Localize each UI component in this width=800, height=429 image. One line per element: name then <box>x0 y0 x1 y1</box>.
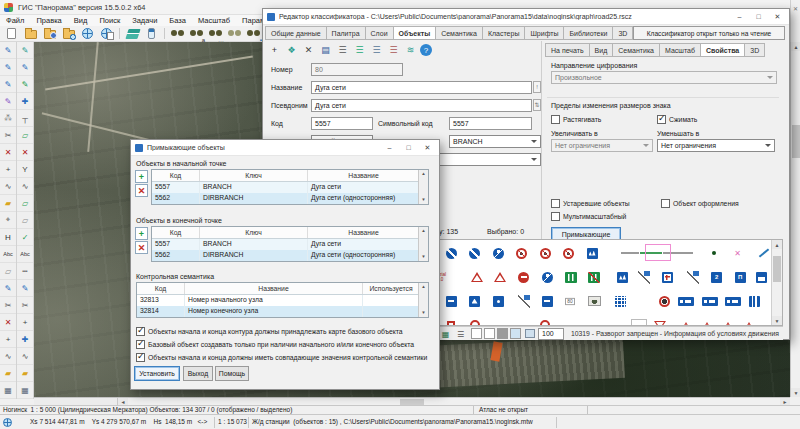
palette-item-red-square[interactable] <box>442 317 460 325</box>
compress-checkbox[interactable] <box>657 115 666 124</box>
color-swatch-3[interactable] <box>510 328 521 339</box>
list-view-icon[interactable]: ☰ <box>454 328 467 340</box>
list-remove-icon[interactable]: ☰ <box>386 43 401 57</box>
dialog-button-Установить[interactable]: Установить <box>134 366 180 381</box>
move-tool[interactable]: ✚ <box>17 331 33 348</box>
column-header-Ключ[interactable]: Ключ <box>200 227 308 238</box>
column-header-Код[interactable]: Код <box>152 227 200 238</box>
delete-icon[interactable]: ✕ <box>301 43 316 57</box>
obsolete-checkbox[interactable] <box>551 199 560 208</box>
palette-item-disc-slash[interactable] <box>442 245 460 261</box>
marker-tool[interactable]: ▰ <box>0 365 16 382</box>
fork-tool[interactable]: Y <box>17 161 33 178</box>
layers-icon[interactable] <box>124 27 141 41</box>
scroll-up-icon[interactable]: ▲ <box>772 240 782 249</box>
add-node-tool[interactable]: + <box>0 161 16 178</box>
rule-checkbox-2[interactable] <box>136 353 145 362</box>
palette-item-white-cell[interactable] <box>630 317 648 325</box>
palette-item-yield-triangle[interactable] <box>651 317 669 325</box>
text-h-tool[interactable]: H <box>0 229 16 246</box>
palette-item-rect-wide[interactable] <box>701 293 719 309</box>
pencil-tool[interactable]: ✎ <box>17 59 33 76</box>
prop-tab-Масштаб[interactable]: Масштаб <box>660 43 701 57</box>
minimize-icon[interactable]: – <box>380 141 399 154</box>
table-scrollbar[interactable]: ▲▼ <box>418 170 428 204</box>
grid-tool[interactable]: ▦ <box>0 382 16 399</box>
palette-item-rect-wide[interactable] <box>677 293 695 309</box>
scroll-down-icon[interactable]: ▼ <box>419 196 428 204</box>
open-db-icon[interactable] <box>41 27 58 41</box>
add-start-object-button[interactable]: + <box>135 170 148 183</box>
open-folder-globe-icon[interactable] <box>60 27 77 41</box>
direction-combo[interactable]: Произвольное <box>551 71 777 84</box>
delete-tool[interactable]: ✕ <box>17 144 33 161</box>
dialog-button-Помощь[interactable]: Помощь <box>215 366 249 381</box>
palette-item-sq-mountain[interactable] <box>614 269 632 285</box>
color-swatch-2[interactable] <box>497 328 508 339</box>
table-scrollbar[interactable]: ▲▼ <box>418 227 428 261</box>
table-view-icon[interactable]: ▦ <box>439 328 452 340</box>
add-node-tool[interactable]: + <box>17 314 33 331</box>
palette-item-disc-slash[interactable] <box>466 245 484 261</box>
table-row[interactable]: 5557BRANCHДуга сети <box>152 239 428 250</box>
scissors-tool[interactable]: ✂ <box>0 297 16 314</box>
pencil-tool[interactable]: ✎ <box>17 280 33 297</box>
maximize-icon[interactable]: □ <box>749 10 768 23</box>
palette-item-warn-triangle[interactable] <box>491 269 509 285</box>
scroll-up-icon[interactable]: ▲ <box>791 42 800 51</box>
scroll-down-icon[interactable]: ▼ <box>419 309 428 317</box>
list-add-icon[interactable]: ☰ <box>352 43 367 57</box>
editor-title-bar[interactable]: Редактор классификатора - C:\Users\Publi… <box>263 9 789 25</box>
num-field[interactable]: 80 <box>311 63 403 76</box>
name-options-button[interactable]: ! <box>533 81 541 93</box>
multiscale-checkbox[interactable] <box>551 212 560 221</box>
table-row[interactable]: 5557BRANCHДуга сети <box>152 182 428 193</box>
dialog-title-bar[interactable]: Примыкающие объекты –□✕ <box>131 140 439 156</box>
table-row[interactable]: 32813Номер начального узла <box>137 295 428 306</box>
palette-item-flag-sign[interactable] <box>635 269 653 285</box>
binoculars-dots-icon[interactable]: … <box>207 27 224 41</box>
print-icon[interactable] <box>525 329 535 338</box>
move-tool[interactable]: ✚ <box>17 93 33 110</box>
text-abc-tool[interactable]: Abc <box>0 246 16 263</box>
column-header-Используется[interactable]: Используется <box>363 283 420 294</box>
delete-tool[interactable]: ✕ <box>0 144 16 161</box>
map-horizontal-scrollbar[interactable]: ◄ ► <box>34 397 790 405</box>
table-scrollbar[interactable]: ▲▼ <box>418 283 428 317</box>
color-swatch-0[interactable] <box>471 328 482 339</box>
menu-item-Вид[interactable]: Вид <box>68 16 94 25</box>
palette-item-green-sign-slash[interactable] <box>585 269 603 285</box>
binoculars-save-icon[interactable]: ▪ <box>245 27 262 41</box>
check-pencil-tool[interactable]: ✎ <box>17 76 33 93</box>
alias-field[interactable]: Дуга сети <box>311 99 532 112</box>
junction-tool[interactable]: ┬ <box>17 110 33 127</box>
palette-item-pink-x[interactable]: ✕ <box>729 245 747 261</box>
menu-item-Масштаб[interactable]: Масштаб <box>192 16 236 25</box>
table-row[interactable]: 32814Номер конечного узла <box>137 306 428 317</box>
menu-item-База[interactable]: База <box>163 16 192 25</box>
palette-item-red-arc[interactable] <box>466 317 484 325</box>
menu-item-Правка[interactable]: Правка <box>30 16 67 25</box>
palette-item-rect-wide[interactable] <box>724 293 742 309</box>
help-icon[interactable]: ? <box>420 44 432 56</box>
palette-item-disc-arrow[interactable] <box>538 269 556 285</box>
scroll-up-icon[interactable]: ▲ <box>419 227 428 235</box>
pencil-query-tool[interactable]: ✎ <box>0 93 16 110</box>
new-doc-icon[interactable] <box>3 27 20 41</box>
palette-item-sq-parallel[interactable] <box>745 293 763 309</box>
palette-item-tri-small[interactable] <box>698 317 716 325</box>
key-combo[interactable]: BRANCH <box>449 135 541 148</box>
view-scale[interactable]: 1 : 15 073 <box>218 415 247 429</box>
palette-scrollbar[interactable]: ▲ ▼ <box>771 240 782 325</box>
globe-doc-icon[interactable] <box>98 27 115 41</box>
tab-Шрифты[interactable]: Шрифты <box>525 26 564 40</box>
scroll-up-icon[interactable]: ▲ <box>419 283 428 291</box>
add-node-tool[interactable]: + <box>0 331 16 348</box>
palette-item-sq-pi[interactable]: П <box>731 269 749 285</box>
palette-item-blue-slash[interactable] <box>755 245 771 261</box>
palette-item-ring-noturn[interactable] <box>513 245 531 261</box>
table-row[interactable]: 5562DIRBRANCHДуга сети (односторонняя) <box>152 250 428 261</box>
palette-item-red-arc[interactable] <box>536 317 554 325</box>
spline-tool[interactable]: ∿ <box>0 348 16 365</box>
list-up-icon[interactable]: ☰ <box>369 43 384 57</box>
